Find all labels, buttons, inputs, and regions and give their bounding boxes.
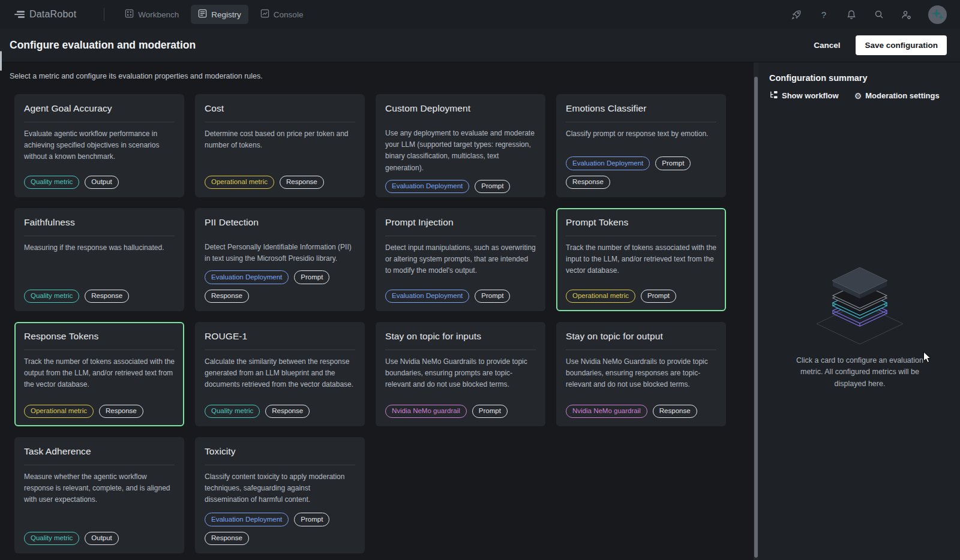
- metric-card[interactable]: Emotions Classifier Classify prompt or r…: [556, 94, 726, 197]
- metric-card-badges: Nvidia NeMo guardrailResponse: [566, 399, 716, 419]
- nav-item-label: Workbench: [138, 10, 179, 19]
- metric-card-badges: Evaluation DeploymentPromptResponse: [205, 507, 355, 545]
- metric-card[interactable]: Prompt Injection Detect input manipulati…: [376, 208, 545, 311]
- metric-card-description: Calculate the similarity between the res…: [205, 356, 355, 391]
- search-icon[interactable]: [873, 8, 885, 20]
- user-settings-icon[interactable]: [901, 8, 913, 20]
- metric-card[interactable]: Stay on topic for inputs Use Nvidia NeMo…: [376, 322, 545, 426]
- metric-card-title: PII Detection: [205, 217, 355, 228]
- metric-card-description: Detect Personally Identifiable Informati…: [205, 242, 355, 264]
- nav-items: Workbench Registry Console: [118, 5, 310, 24]
- page-header: Configure evaluation and moderation Canc…: [0, 29, 960, 62]
- badge-neutral: Response: [653, 405, 697, 419]
- badge-neutral: Prompt: [475, 180, 510, 194]
- metric-card-divider: [205, 350, 355, 350]
- metric-card-description: Measure whether the agentic workflow res…: [24, 471, 175, 506]
- badge-nemo: Nvidia NeMo guardrail: [566, 405, 647, 419]
- badge-neutral: Response: [85, 290, 129, 303]
- show-workflow-label: Show workflow: [782, 91, 839, 100]
- metric-card[interactable]: PII Detection Detect Personally Identifi…: [195, 208, 365, 311]
- nav-item-registry[interactable]: Registry: [191, 5, 248, 24]
- badge-quality: Quality metric: [24, 532, 79, 546]
- metric-card-badges: Evaluation DeploymentPromptResponse: [566, 150, 716, 189]
- metric-card-badges: Evaluation DeploymentPromptResponse: [385, 174, 536, 197]
- badge-deployment: Evaluation Deployment: [566, 156, 650, 170]
- top-nav: DataRobot Workbench Registry Console ?: [0, 0, 960, 29]
- page-title: Configure evaluation and moderation: [10, 39, 196, 52]
- metric-card-title: Toxicity: [205, 446, 355, 457]
- metric-card-badges: Quality metricOutput: [24, 170, 175, 189]
- metric-card[interactable]: Custom Deployment Use any deployment to …: [376, 94, 545, 197]
- metric-card-description: Evaluate agentic workflow performance in…: [24, 128, 175, 163]
- metric-card-description: Use Nvidia NeMo Guardrails to provide to…: [385, 356, 536, 391]
- metric-card-description: Track the number of tokens associated wi…: [566, 242, 716, 277]
- nav-item-label: Registry: [211, 10, 241, 19]
- metric-card[interactable]: Task Adherence Measure whether the agent…: [14, 437, 184, 553]
- gear-icon: ⚙: [854, 92, 862, 100]
- badge-deployment: Evaluation Deployment: [205, 513, 289, 526]
- datarobot-logo[interactable]: DataRobot: [14, 9, 76, 20]
- nav-divider: [104, 8, 104, 21]
- metric-card-title: Response Tokens: [24, 331, 175, 342]
- metric-card[interactable]: Cost Determine cost based on price per t…: [195, 94, 365, 197]
- avatar[interactable]: [928, 5, 947, 24]
- badge-neutral: Prompt: [472, 405, 508, 419]
- nav-item-console[interactable]: Console: [253, 5, 311, 24]
- console-icon: [260, 9, 269, 20]
- badge-quality: Quality metric: [205, 405, 260, 419]
- metric-card-divider: [385, 236, 536, 236]
- metric-card[interactable]: Response Tokens Track the number of toke…: [14, 322, 184, 426]
- scrollbar-thumb[interactable]: [754, 77, 758, 558]
- moderation-settings-button[interactable]: ⚙ Moderation settings: [854, 91, 940, 100]
- brand-name: DataRobot: [29, 9, 76, 20]
- metric-card-description: Classify prompt or response text by emot…: [566, 128, 716, 140]
- metric-card-title: ROUGE-1: [205, 331, 355, 342]
- metric-card-title: Stay on topic for inputs: [385, 331, 536, 342]
- save-configuration-button[interactable]: Save configuration: [856, 35, 947, 55]
- nav-item-workbench[interactable]: Workbench: [118, 5, 186, 24]
- badge-operational: Operational metric: [566, 290, 635, 303]
- metric-card-badges: Evaluation DeploymentPromptResponse: [205, 264, 355, 303]
- metric-card-divider: [566, 236, 716, 236]
- metric-card-badges: Evaluation DeploymentPrompt: [385, 284, 536, 303]
- metric-card-title: Task Adherence: [24, 446, 175, 457]
- metric-card[interactable]: Prompt Tokens Track the number of tokens…: [556, 208, 726, 311]
- metric-card-description: Measuring if the response was hallucinat…: [24, 242, 175, 254]
- registry-icon: [198, 9, 207, 20]
- rocket-icon[interactable]: [790, 8, 802, 20]
- metric-card-title: Agent Goal Accuracy: [24, 103, 175, 114]
- metric-card-divider: [205, 465, 355, 465]
- notifications-icon[interactable]: [845, 8, 857, 20]
- metric-card-badges: Quality metricOutput: [24, 526, 175, 546]
- metric-card-title: Faithfulness: [24, 217, 175, 228]
- metric-card-divider: [566, 122, 716, 122]
- workbench-icon: [125, 9, 134, 20]
- badge-neutral: Response: [205, 532, 249, 546]
- badge-operational: Operational metric: [24, 405, 94, 419]
- metric-card-badges: Nvidia NeMo guardrailPrompt: [385, 399, 536, 419]
- metric-card[interactable]: Stay on topic for output Use Nvidia NeMo…: [556, 322, 726, 426]
- badge-quality: Quality metric: [24, 176, 79, 189]
- badge-nemo: Nvidia NeMo guardrail: [385, 405, 467, 419]
- metric-card-title: Prompt Injection: [385, 217, 536, 228]
- metric-card-badges: Operational metricResponse: [24, 399, 175, 419]
- metric-card[interactable]: Faithfulness Measuring if the response w…: [14, 208, 184, 311]
- left-edge-scrollbar[interactable]: [0, 51, 2, 71]
- badge-neutral: Response: [566, 176, 610, 189]
- help-icon[interactable]: ?: [818, 8, 830, 20]
- metric-card[interactable]: Agent Goal Accuracy Evaluate agentic wor…: [14, 94, 184, 197]
- metric-card-title: Emotions Classifier: [566, 103, 716, 114]
- vertical-scrollbar[interactable]: [754, 62, 758, 560]
- metric-card-divider: [24, 236, 175, 236]
- header-actions: Cancel Save configuration: [814, 35, 947, 55]
- metric-card-description: Use any deployment to evaluate and moder…: [385, 128, 536, 174]
- datarobot-logo-icon: [14, 11, 25, 18]
- metric-card[interactable]: ROUGE-1 Calculate the similarity between…: [195, 322, 365, 426]
- cancel-button[interactable]: Cancel: [814, 41, 840, 50]
- show-workflow-button[interactable]: Show workflow: [769, 91, 839, 101]
- badge-neutral: Prompt: [641, 290, 676, 303]
- metric-card-divider: [24, 465, 175, 465]
- badge-deployment: Evaluation Deployment: [385, 290, 469, 303]
- metric-card[interactable]: Toxicity Classify content toxicity to ap…: [195, 437, 365, 553]
- nav-item-label: Console: [274, 10, 304, 19]
